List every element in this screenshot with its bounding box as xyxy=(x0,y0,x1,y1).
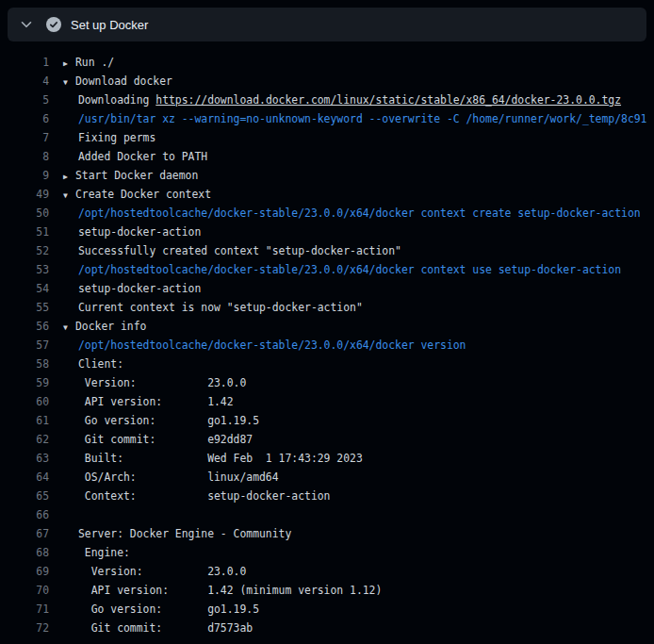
line-number[interactable]: 71 xyxy=(0,600,49,619)
line-number[interactable]: 8 xyxy=(0,147,49,166)
line-number[interactable]: 69 xyxy=(0,562,49,581)
group-collapsed-arrow-icon[interactable]: ▶ xyxy=(63,168,75,185)
line-number[interactable]: 68 xyxy=(0,543,49,562)
log-text: Successfully created context "setup-dock… xyxy=(49,241,401,260)
log-line: 9▶Start Docker daemon xyxy=(0,166,654,185)
line-number[interactable]: 60 xyxy=(0,392,49,411)
log-line: 69 Version: 23.0.0 xyxy=(0,562,654,581)
log-text: Current context is now "setup-docker-act… xyxy=(49,298,363,317)
step-header-wrap: Set up Docker xyxy=(0,0,654,41)
line-number[interactable]: 54 xyxy=(0,279,49,298)
line-number[interactable]: 58 xyxy=(0,355,49,373)
line-number[interactable]: 59 xyxy=(0,373,49,392)
log-command-text: /opt/hostedtoolcache/docker-stable/23.0.… xyxy=(49,336,466,355)
log-group-header[interactable]: ▼Download docker xyxy=(49,72,172,91)
log-line: 72 Git commit: d7573ab xyxy=(0,619,654,637)
log-line: 65 Context: setup-docker-action xyxy=(0,487,654,505)
log-line: 6/usr/bin/tar xz --warning=no-unknown-ke… xyxy=(0,109,654,128)
log-line: 4▼Download docker xyxy=(0,72,654,91)
group-collapsed-arrow-icon[interactable]: ▶ xyxy=(63,55,75,72)
line-number[interactable]: 4 xyxy=(0,72,49,91)
line-number[interactable]: 1 xyxy=(0,53,49,72)
log-text: Go version: go1.19.5 xyxy=(49,411,259,430)
line-number[interactable]: 53 xyxy=(0,260,49,279)
log-text: API version: 1.42 xyxy=(49,392,234,411)
log-line: 54setup-docker-action xyxy=(0,279,654,298)
line-number[interactable]: 61 xyxy=(0,411,49,430)
log-text: Engine: xyxy=(49,543,130,562)
log-line: 58Client: xyxy=(0,355,654,373)
log-line: 49▼Create Docker context xyxy=(0,185,654,204)
group-expanded-arrow-icon[interactable]: ▼ xyxy=(63,74,75,91)
log-line: 7Fixing perms xyxy=(0,128,654,147)
log-line: 5Downloading https://download.docker.com… xyxy=(0,91,654,109)
log-line: 66 xyxy=(0,505,654,524)
log-command-text: /opt/hostedtoolcache/docker-stable/23.0.… xyxy=(49,260,621,279)
log-group-header[interactable]: ▶Start Docker daemon xyxy=(49,166,198,185)
log-text: OS/Arch: linux/amd64 xyxy=(49,468,279,487)
log-line: 57/opt/hostedtoolcache/docker-stable/23.… xyxy=(0,336,654,355)
log-text: setup-docker-action xyxy=(49,223,201,241)
line-number[interactable]: 52 xyxy=(0,241,49,260)
log-line: 62 Git commit: e92dd87 xyxy=(0,430,654,449)
log-line: 64 OS/Arch: linux/amd64 xyxy=(0,468,654,487)
log-group-header[interactable]: ▼Docker info xyxy=(49,317,146,336)
log-text: Fixing perms xyxy=(49,128,155,147)
line-number[interactable]: 6 xyxy=(0,109,49,128)
line-number[interactable]: 63 xyxy=(0,449,49,468)
line-number[interactable]: 49 xyxy=(0,185,49,204)
group-expanded-arrow-icon[interactable]: ▼ xyxy=(63,187,75,204)
check-circle-icon xyxy=(46,17,61,32)
log-line: 52Successfully created context "setup-do… xyxy=(0,241,654,260)
line-number[interactable]: 62 xyxy=(0,430,49,449)
log-text: Version: 23.0.0 xyxy=(49,373,246,392)
log-link[interactable]: https://download.docker.com/linux/static… xyxy=(155,93,621,107)
line-number[interactable]: 56 xyxy=(0,317,49,336)
log-line: 55Current context is now "setup-docker-a… xyxy=(0,298,654,317)
log-text: Git commit: e92dd87 xyxy=(49,430,253,449)
group-expanded-arrow-icon[interactable]: ▼ xyxy=(63,319,75,336)
line-number[interactable]: 5 xyxy=(0,91,49,109)
log-line: 1▶Run ./ xyxy=(0,53,654,72)
line-number[interactable]: 50 xyxy=(0,204,49,223)
log-command-text: /usr/bin/tar xz --warning=no-unknown-key… xyxy=(49,109,646,128)
line-number[interactable]: 65 xyxy=(0,487,49,505)
log-line: 70 API version: 1.42 (minimum version 1.… xyxy=(0,581,654,600)
line-number[interactable]: 7 xyxy=(0,128,49,147)
step-header[interactable]: Set up Docker xyxy=(8,8,646,41)
line-number[interactable]: 9 xyxy=(0,166,49,185)
step-title: Set up Docker xyxy=(71,18,148,32)
log-group-header[interactable]: ▼Create Docker context xyxy=(49,185,211,204)
log-text: Added Docker to PATH xyxy=(49,147,207,166)
log-line: 71 Go version: go1.19.5 xyxy=(0,600,654,619)
line-number[interactable]: 64 xyxy=(0,468,49,487)
line-number[interactable]: 67 xyxy=(0,524,49,543)
log-text: Git commit: d7573ab xyxy=(49,619,253,637)
line-number[interactable]: 51 xyxy=(0,223,49,241)
line-number[interactable]: 57 xyxy=(0,336,49,355)
log-line: 50/opt/hostedtoolcache/docker-stable/23.… xyxy=(0,204,654,223)
log-line: 68 Engine: xyxy=(0,543,654,562)
log-line: 56▼Docker info xyxy=(0,317,654,336)
log-group-header[interactable]: ▶Run ./ xyxy=(49,53,114,72)
log-line: 53/opt/hostedtoolcache/docker-stable/23.… xyxy=(0,260,654,279)
log-text: Go version: go1.19.5 xyxy=(49,600,259,619)
log-line: 61 Go version: go1.19.5 xyxy=(0,411,654,430)
line-number[interactable]: 72 xyxy=(0,619,49,637)
log-line: 8Added Docker to PATH xyxy=(0,147,654,166)
log-command-text: /opt/hostedtoolcache/docker-stable/23.0.… xyxy=(49,204,641,223)
log-line: 59 Version: 23.0.0 xyxy=(0,373,654,392)
line-number[interactable]: 55 xyxy=(0,298,49,317)
line-number[interactable]: 66 xyxy=(0,505,49,524)
log-text: setup-docker-action xyxy=(49,279,201,298)
log-line: 63 Built: Wed Feb 1 17:43:29 2023 xyxy=(0,449,654,468)
log-text: Version: 23.0.0 xyxy=(49,562,246,581)
log-line: 51setup-docker-action xyxy=(0,223,654,241)
log-line: 60 API version: 1.42 xyxy=(0,392,654,411)
line-number[interactable]: 70 xyxy=(0,581,49,600)
chevron-down-icon[interactable] xyxy=(19,17,34,32)
log-text: Context: setup-docker-action xyxy=(49,487,330,505)
log-text: Built: Wed Feb 1 17:43:29 2023 xyxy=(49,449,363,468)
log-text xyxy=(49,505,78,524)
log-text: Downloading https://download.docker.com/… xyxy=(49,91,621,109)
